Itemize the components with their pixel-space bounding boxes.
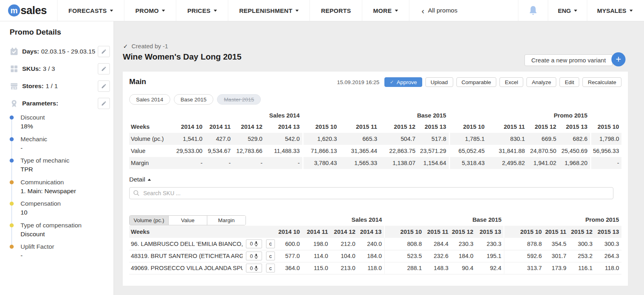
week-col-header: 2015 11 <box>339 121 380 133</box>
value-cell: - <box>590 157 621 169</box>
microphone-icon <box>254 266 258 271</box>
pencil-icon <box>101 83 107 89</box>
tab-volume[interactable]: Volume (pc.) <box>130 216 168 225</box>
main-content: ✓ Created by -1 Wine Women's Day Long 20… <box>114 21 644 295</box>
value-cell: 23,571.29 <box>418 145 449 157</box>
value-cell: 300.3 <box>595 238 621 250</box>
excel-button[interactable]: Excel <box>500 77 523 87</box>
week-col-header: 2015 13 <box>595 226 621 238</box>
parameter-item: Compensation 10 <box>10 200 108 222</box>
value-cell: 808.8 <box>384 238 424 250</box>
search-input[interactable] <box>142 190 609 197</box>
nav-item-promo[interactable]: PROMO <box>124 0 176 21</box>
parameters-list: Discount 18% Mechanic - Type of mechanic… <box>10 114 108 265</box>
value-cell: 301.7 <box>544 250 569 262</box>
tag-base-2015[interactable]: Base 2015 <box>174 94 214 105</box>
notifications-button[interactable] <box>518 0 548 21</box>
card-header: Main 15.09.2019 16:25 ✓Approve Upload Co… <box>129 77 621 88</box>
c-button[interactable]: c <box>266 252 275 260</box>
nav-item-replenishment[interactable]: REPLENISHMENT <box>228 0 310 21</box>
value-cell: - <box>265 157 303 169</box>
user-menu[interactable]: MYSALES <box>587 0 644 21</box>
value-cell: 3,780.43 <box>303 157 339 169</box>
logo-text: sales <box>21 4 47 17</box>
value-cell: 31,841.88 <box>487 145 527 157</box>
edit-stores-button[interactable] <box>98 80 110 92</box>
tag-sales-2014[interactable]: Sales 2014 <box>129 94 170 105</box>
edit-parameters-button[interactable] <box>98 98 110 109</box>
comments-mic-button[interactable]: 0 <box>246 264 262 272</box>
week-col-header: 2015 10 <box>384 226 424 238</box>
edit-days-button[interactable] <box>98 46 110 57</box>
comments-mic-button[interactable]: 0 <box>246 252 262 260</box>
edit-skus-button[interactable] <box>98 63 110 74</box>
value-cell: 56,956.33 <box>590 145 621 157</box>
value-cell: 12,783.66 <box>233 145 265 157</box>
chevron-down-icon <box>162 10 165 12</box>
column-group-row: Sales 2014 Base 2015 Promo 2015 <box>129 110 621 121</box>
nav-item-more[interactable]: MORE <box>362 0 409 21</box>
value-cell: 1,785.1 <box>449 133 487 145</box>
week-col-header: 2014 11 <box>205 121 233 133</box>
detail-collapse-toggle[interactable]: Detail <box>129 175 158 184</box>
nav-item-prices[interactable]: PRICES <box>176 0 228 21</box>
value-cell: 184.0 <box>451 250 476 262</box>
parameter-item: Mechanic - <box>10 136 108 157</box>
field-days: Days:02.03.15 - 29.03.15 <box>0 43 114 60</box>
value-cell: 1,968.20 <box>559 157 590 169</box>
back-to-all-promos-link[interactable]: ‹ All promos <box>409 0 457 21</box>
c-button[interactable]: c <box>266 264 275 272</box>
parameter-value: - <box>21 144 108 152</box>
page-title: Wine Women's Day Long 2015 <box>123 52 242 62</box>
value-cell: 1,941.02 <box>527 157 559 169</box>
parameter-label: Type of compensation <box>21 222 108 229</box>
language-selector[interactable]: ENG <box>548 0 587 21</box>
value-cell: 427.0 <box>205 133 233 145</box>
parameter-value: 1. Main: Newspaper <box>21 188 108 195</box>
pencil-icon <box>101 49 107 54</box>
row-label: Volume (pc.) <box>129 133 174 145</box>
value-cell: 5,318.43 <box>449 157 487 169</box>
timestamp: 15.09.2019 16:25 <box>337 79 379 85</box>
value-cell: 542.0 <box>265 133 303 145</box>
sku-row: 49069. PROSECCO VILLA JOLANDA SPU... 0 c… <box>129 262 621 274</box>
edit-button[interactable]: Edit <box>559 77 579 87</box>
tab-margin[interactable]: Margin <box>207 216 246 225</box>
parameter-item: Uplift Factor - <box>10 243 108 265</box>
comments-mic-button[interactable]: 0 <box>246 239 262 248</box>
variant-title: Main <box>129 77 146 86</box>
parameter-label: Compensation <box>21 200 108 207</box>
chevron-down-icon <box>110 10 113 12</box>
week-col-header: 2015 13 <box>418 121 449 133</box>
add-variant-button[interactable]: + <box>611 52 625 66</box>
column-group-label: Sales 2014 <box>277 214 384 226</box>
upload-button[interactable]: Upload <box>425 77 453 87</box>
microphone-icon <box>254 241 258 246</box>
parameter-value: TPR <box>21 166 108 173</box>
value-cell: 878.8 <box>504 238 544 250</box>
chevron-down-icon <box>214 10 217 12</box>
parameter-label: Communication <box>21 179 108 186</box>
app-logo[interactable]: m sales <box>0 0 57 21</box>
parameter-label: Type of mechanic <box>21 157 108 164</box>
value-cell: 213.0 <box>330 262 358 274</box>
parameter-item: Communication 1. Main: Newspaper <box>10 179 108 200</box>
analyze-button[interactable]: Analyze <box>526 77 556 87</box>
summary-table: Sales 2014 Base 2015 Promo 2015 Weeks 20… <box>129 110 621 169</box>
sku-search-box <box>129 187 613 199</box>
c-button[interactable]: c <box>266 239 275 248</box>
tab-value[interactable]: Value <box>168 216 207 225</box>
comparable-button[interactable]: Comparable <box>456 77 497 87</box>
recalculate-button[interactable]: Recalculate <box>582 77 621 87</box>
field-value: 02.03.15 - 29.03.15 <box>41 48 95 55</box>
create-promo-variant-button[interactable]: Create a new promo variant <box>524 54 613 66</box>
value-cell: 300.3 <box>569 238 595 250</box>
week-col-header: 2015 12 <box>380 121 418 133</box>
value-cell: 1,798.0 <box>590 133 621 145</box>
parameter-label: Discount <box>21 114 108 121</box>
nav-item-reports[interactable]: REPORTS <box>310 0 362 21</box>
tag-master-2015[interactable]: Master 2015 <box>217 94 261 105</box>
approve-button[interactable]: ✓Approve <box>384 77 422 87</box>
value-cell: 114.0 <box>302 250 330 262</box>
nav-item-forecasts[interactable]: FORECASTS <box>57 0 124 21</box>
